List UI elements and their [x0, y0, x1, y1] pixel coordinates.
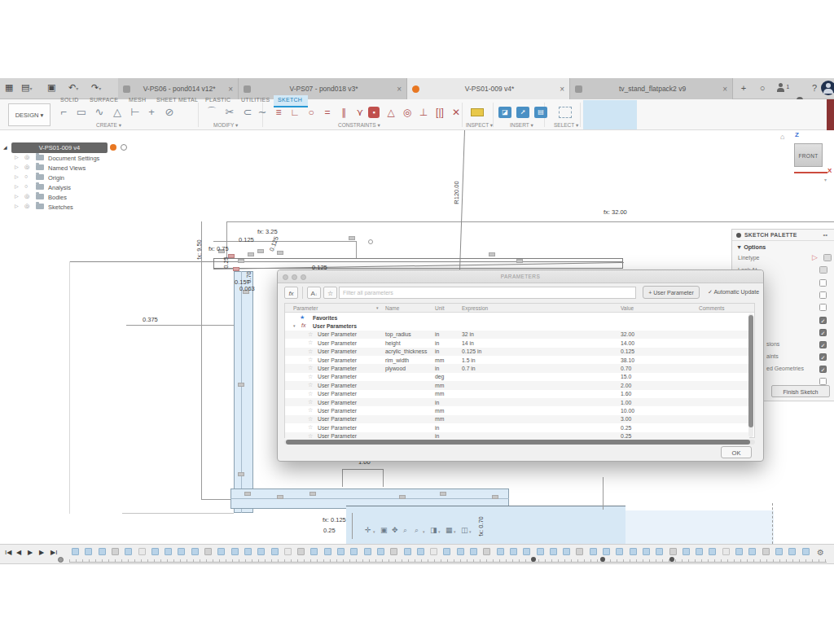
timeline-feature-icon[interactable] — [85, 548, 92, 555]
redo-icon[interactable]: ↷▾ — [91, 82, 101, 93]
viewcube-front-face[interactable]: FRONT — [794, 143, 823, 167]
r120-line[interactable] — [459, 130, 465, 270]
timeline-feature-icon[interactable] — [550, 548, 557, 555]
fit-icon[interactable]: ⌕ — [415, 526, 419, 535]
group-label-insert-[interactable]: INSERT ▾ — [510, 122, 533, 129]
constraint-parallel-icon[interactable]: ∥ — [336, 104, 352, 120]
browser-item-named-views[interactable]: ▷◎Named Views — [0, 163, 138, 173]
group-label-modify-[interactable]: MODIFY ▾ — [213, 122, 238, 129]
parameter-row[interactable]: ☆User Parameterdeg15.0 — [285, 373, 749, 381]
create-spline-icon[interactable]: ∿ — [91, 104, 108, 120]
palette-options-section[interactable]: ▼ Options — [736, 243, 766, 251]
ribbon-tab-plastic[interactable]: PLASTIC — [205, 97, 230, 103]
timeline-feature-icon[interactable] — [748, 548, 756, 555]
timeline-feature-icon[interactable] — [337, 548, 345, 555]
job-status-icon[interactable]: ○ — [756, 81, 769, 94]
dropdown-caret-icon[interactable]: ▾ — [454, 529, 456, 534]
dimension-line-325[interactable] — [213, 241, 357, 242]
create-polygon-icon[interactable]: △ — [109, 104, 125, 120]
dashed-construction-line[interactable] — [772, 503, 773, 544]
ribbon-tab-utilities[interactable]: UTILITIES — [241, 97, 270, 103]
timeline-feature-icon[interactable] — [178, 548, 185, 555]
column-header-parameter[interactable]: Parameter — [293, 305, 318, 311]
timeline-feature-icon[interactable] — [510, 548, 517, 555]
timeline-feature-icon[interactable] — [523, 548, 530, 555]
dimension-label[interactable]: fx: 0.125 — [323, 516, 346, 524]
create-circle-icon[interactable]: ⊘ — [161, 104, 178, 120]
ribbon-tab-surface[interactable]: SURFACE — [90, 97, 118, 103]
timeline-feature-icon[interactable] — [590, 548, 597, 555]
browser-item-sketches[interactable]: ▷◎Sketches — [0, 202, 138, 212]
insert-file-icon[interactable]: ➚ — [516, 107, 529, 118]
modify-offset-icon[interactable]: ⊂ — [239, 104, 256, 120]
favorite-star-icon[interactable]: ☆ — [308, 382, 313, 388]
timeline-feature-icon[interactable] — [138, 548, 146, 555]
column-header-value[interactable]: Value — [621, 305, 634, 311]
favorite-star-icon[interactable]: ☆ — [308, 416, 313, 423]
timeline-feature-icon[interactable] — [257, 548, 265, 555]
timeline-feature-icon[interactable] — [310, 548, 318, 555]
dimension-line-32[interactable] — [226, 221, 834, 222]
favorites-row[interactable]: ★Favorites — [285, 313, 749, 322]
timeline-feature-icon[interactable] — [775, 548, 783, 555]
close-icon[interactable]: × — [560, 85, 564, 94]
constraint-symmetry-icon[interactable]: ⋎ — [352, 104, 368, 120]
browser-item-origin[interactable]: ▷○Origin — [0, 173, 138, 182]
ribbon-tab-solid[interactable]: SOLID — [60, 97, 79, 103]
dropdown-caret-icon[interactable]: ▾ — [423, 529, 425, 534]
ribbon-tab-sheet-metal[interactable]: SHEET METAL — [156, 97, 198, 103]
orbit-icon[interactable]: ✛ — [365, 526, 371, 534]
checkbox-icon[interactable] — [819, 304, 827, 311]
parameter-row[interactable]: ☆User Parameterplywoodin0.7 in0.70 — [285, 364, 749, 372]
viewcube-menu-caret-icon[interactable]: ▾ — [824, 177, 827, 182]
grid-icon[interactable]: ▦ — [446, 526, 453, 534]
dimension-label[interactable]: R120.00 — [453, 181, 460, 204]
group-label-constraints-[interactable]: CONSTRAINTS ▾ — [338, 122, 380, 129]
dimension-label[interactable]: 0.125 — [268, 235, 280, 252]
sketch-point-ring[interactable] — [368, 239, 373, 244]
parameter-row[interactable]: ☆User Parametermm10.00 — [285, 406, 749, 414]
home-icon[interactable]: ⌂ — [780, 133, 784, 141]
modify-move-icon[interactable]: ∼ — [254, 104, 270, 120]
step-forward-icon[interactable]: ▶ — [39, 549, 44, 556]
sketch-palette-header[interactable]: SKETCH PALETTE •• — [732, 230, 834, 241]
viewcube[interactable]: ⌂ Z FRONT X ▾ — [774, 130, 834, 187]
checkbox-checked-icon[interactable]: ✓ — [819, 317, 827, 324]
dialog-title-bar[interactable]: PARAMETERS — [278, 270, 763, 283]
new-tab-plus-icon[interactable]: + — [737, 81, 750, 94]
select-box-icon[interactable] — [559, 107, 572, 118]
timeline-marker[interactable] — [669, 557, 674, 562]
timeline-feature-icon[interactable] — [443, 548, 450, 555]
ribbon-tab-mesh[interactable]: MESH — [129, 97, 146, 103]
browser-item-document-settings[interactable]: ▷◎Document Settings — [0, 153, 138, 163]
timeline-feature-icon[interactable] — [404, 548, 411, 555]
dropdown-caret-icon[interactable]: ▾ — [438, 529, 441, 534]
timeline-feature-icon[interactable] — [696, 548, 703, 555]
modify-trim-icon[interactable]: ✂ — [222, 104, 238, 120]
step-back-icon[interactable]: ◀ — [16, 549, 21, 556]
file-menu-icon[interactable]: ▤▾ — [21, 82, 32, 93]
collapse-caret-icon[interactable]: ▼ — [736, 243, 742, 251]
timeline-feature-icon[interactable] — [165, 548, 172, 555]
dimension-line-right[interactable] — [603, 477, 604, 510]
favorite-star-icon[interactable]: ☆ — [308, 433, 313, 440]
favorite-star-icon[interactable]: ☆ — [308, 374, 313, 380]
palette-menu-dots-icon[interactable]: •• — [823, 231, 827, 239]
browser-item-analysis[interactable]: ▷○Analysis — [0, 182, 138, 192]
dimension-label[interactable]: fx: 3.25 — [257, 228, 278, 235]
timeline-feature-icon[interactable] — [669, 548, 677, 555]
timeline-feature-icon[interactable] — [204, 548, 212, 555]
timeline-feature-icon[interactable] — [788, 548, 796, 555]
document-tab[interactable]: V-PS01-009 v4*× — [407, 78, 570, 99]
expression-cell[interactable]: 1.5 in — [462, 357, 476, 363]
ribbon-tab-sketch[interactable]: SKETCH — [278, 97, 302, 103]
checkbox-icon[interactable] — [819, 279, 827, 287]
timeline-feature-icon[interactable] — [630, 548, 637, 555]
parameter-row[interactable]: ☆User Parametertop_radiusin32 in32.00 — [285, 331, 749, 339]
collapse-caret-icon[interactable]: ▾ — [293, 323, 296, 328]
checkbox-icon[interactable] — [819, 378, 827, 385]
finish-sketch-button[interactable]: Finish Sketch — [771, 385, 830, 397]
timeline-feature-icon[interactable] — [390, 548, 397, 555]
undo-icon[interactable]: ↶▾ — [68, 82, 78, 93]
expression-cell[interactable]: 0.7 in — [462, 366, 476, 371]
